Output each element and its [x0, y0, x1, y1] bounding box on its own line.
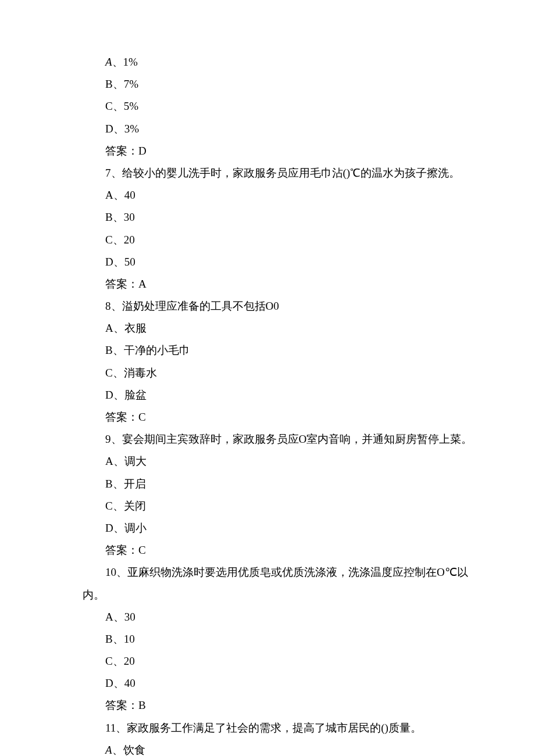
- q10-stem-line2: 内。: [0, 584, 535, 606]
- q8-option-d: D、脸盆: [0, 384, 535, 406]
- q7-answer: 答案：A: [0, 273, 535, 295]
- q10-option-c: C、20: [0, 650, 535, 672]
- q8-stem: 8、溢奶处理应准备的工具不包括O0: [0, 295, 535, 317]
- option-letter: A: [105, 56, 112, 68]
- q9-option-d: D、调小: [0, 517, 535, 539]
- q11-stem: 11、家政服务工作满足了社会的需求，提高了城市居民的()质量。: [0, 717, 535, 739]
- q7-option-c: C、20: [0, 229, 535, 251]
- q8-answer: 答案：C: [0, 406, 535, 428]
- option-text: 、饮食: [112, 744, 145, 756]
- q7-option-b: B、30: [0, 206, 535, 228]
- q8-option-c: C、消毒水: [0, 362, 535, 384]
- q9-stem: 9、宴会期间主宾致辞时，家政服务员应O室内音响，并通知厨房暂停上菜。: [0, 428, 535, 450]
- q7-option-a: A、40: [0, 184, 535, 206]
- q6-answer: 答案：D: [0, 140, 535, 162]
- option-text: 、1%: [112, 56, 138, 68]
- q10-option-b: B、10: [0, 628, 535, 650]
- q6-option-a: A、1%: [0, 51, 535, 73]
- q10-stem-line1: 10、亚麻织物洗涤时要选用优质皂或优质洗涤液，洗涤温度应控制在O℃以: [0, 561, 535, 583]
- q9-option-b: B、开启: [0, 473, 535, 495]
- option-letter: A: [105, 744, 112, 756]
- q7-stem: 7、给较小的婴儿洗手时，家政服务员应用毛巾沾()℃的温水为孩子擦洗。: [0, 162, 535, 184]
- q7-option-d: D、50: [0, 251, 535, 273]
- document-page: A、1% B、7% C、5% D、3% 答案：D 7、给较小的婴儿洗手时，家政服…: [0, 0, 535, 756]
- q8-option-a: A、衣服: [0, 317, 535, 339]
- q6-option-b: B、7%: [0, 73, 535, 95]
- q10-answer: 答案：B: [0, 694, 535, 716]
- q9-option-a: A、调大: [0, 450, 535, 472]
- q10-option-d: D、40: [0, 672, 535, 694]
- q6-option-c: C、5%: [0, 95, 535, 117]
- q11-option-a: A、饮食: [0, 739, 535, 756]
- q10-option-a: A、30: [0, 606, 535, 628]
- q9-answer: 答案：C: [0, 539, 535, 561]
- q9-option-c: C、关闭: [0, 495, 535, 517]
- q6-option-d: D、3%: [0, 118, 535, 140]
- q8-option-b: B、干净的小毛巾: [0, 339, 535, 361]
